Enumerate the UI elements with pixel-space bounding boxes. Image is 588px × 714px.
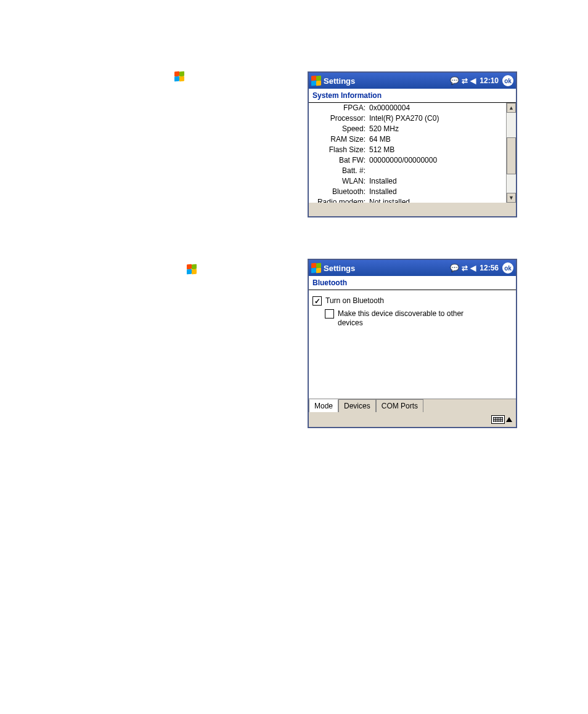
titlebar: Settings 💬 ⇄ ◀ 12:10 ok — [309, 73, 516, 89]
info-label: RAM Size: — [311, 134, 369, 145]
chat-icon[interactable]: 💬 — [450, 264, 459, 272]
settings-window-bluetooth: Settings 💬 ⇄ ◀ 12:56 ok Bluetooth ✓ Turn… — [308, 259, 517, 428]
clock: 12:56 — [480, 264, 499, 272]
start-logo-icon[interactable] — [311, 76, 321, 86]
scrollbar[interactable]: ▲ ▼ — [506, 103, 516, 203]
info-value: 0x00000004 — [369, 103, 504, 113]
checkbox-label: Make this device discoverable to other d… — [338, 309, 473, 328]
info-label: FPGA: — [311, 103, 369, 113]
info-row: Bluetooth:Installed — [311, 187, 504, 197]
sysinfo-content: FPGA:0x00000004 Processor:Intel(R) PXA27… — [309, 103, 516, 203]
info-row: Processor:Intel(R) PXA270 (C0) — [311, 113, 504, 124]
info-label: Bluetooth: — [311, 187, 369, 197]
info-value: 00000000/00000000 — [369, 155, 504, 166]
checkbox-row-turn-on-bluetooth: ✓ Turn on Bluetooth — [312, 296, 512, 306]
windows-logo-icon — [187, 264, 197, 274]
info-label: Speed: — [311, 124, 369, 134]
info-label: WLAN: — [311, 176, 369, 187]
info-value: Installed — [369, 176, 504, 187]
section-title: Bluetooth — [309, 276, 516, 290]
connectivity-icon[interactable]: ⇄ — [462, 76, 468, 85]
bluetooth-content: ✓ Turn on Bluetooth Make this device dis… — [309, 290, 516, 399]
checkbox-label: Turn on Bluetooth — [325, 296, 384, 306]
turn-on-bluetooth-checkbox[interactable]: ✓ — [312, 296, 322, 306]
ok-button[interactable]: ok — [502, 262, 513, 274]
scroll-track[interactable] — [507, 113, 516, 193]
info-row: Batt. #: — [311, 166, 504, 176]
volume-icon[interactable]: ◀ — [470, 264, 476, 272]
window-title: Settings — [324, 76, 450, 86]
section-title: System Information — [309, 89, 516, 103]
volume-icon[interactable]: ◀ — [470, 76, 476, 85]
info-value: 512 MB — [369, 145, 504, 155]
info-label: Flash Size: — [311, 145, 369, 155]
checkbox-row-discoverable: Make this device discoverable to other d… — [325, 309, 512, 328]
scroll-up-button[interactable]: ▲ — [507, 103, 516, 113]
window-title: Settings — [324, 264, 450, 273]
discoverable-checkbox[interactable] — [325, 309, 334, 318]
info-row: Speed:520 MHz — [311, 124, 504, 134]
windows-logo-icon — [174, 71, 184, 81]
info-row: Radio modem:Not installed — [311, 197, 504, 203]
settings-window-sysinfo: Settings 💬 ⇄ ◀ 12:10 ok System Informati… — [308, 71, 517, 217]
info-row: Bat FW:00000000/00000000 — [311, 155, 504, 166]
info-label: Processor: — [311, 113, 369, 124]
info-value: 64 MB — [369, 134, 504, 145]
scroll-thumb[interactable] — [507, 137, 516, 174]
tabs: Mode Devices COM Ports — [309, 399, 516, 412]
clock: 12:10 — [480, 76, 499, 85]
info-value — [369, 166, 504, 176]
info-label: Radio modem: — [311, 197, 369, 203]
tab-devices[interactable]: Devices — [338, 399, 376, 412]
info-row: WLAN:Installed — [311, 176, 504, 187]
tab-mode[interactable]: Mode — [309, 399, 338, 412]
keyboard-icon[interactable] — [491, 415, 505, 424]
info-value: Intel(R) PXA270 (C0) — [369, 113, 504, 124]
sip-bar — [309, 412, 516, 427]
ok-button[interactable]: ok — [502, 75, 513, 86]
info-row: FPGA:0x00000004 — [311, 103, 504, 113]
info-label: Bat FW: — [311, 155, 369, 166]
info-value: 520 MHz — [369, 124, 504, 134]
info-value: Installed — [369, 187, 504, 197]
info-row: RAM Size:64 MB — [311, 134, 504, 145]
info-label: Batt. #: — [311, 166, 369, 176]
info-value: Not installed — [369, 197, 504, 203]
sip-menu-up-icon[interactable] — [506, 417, 512, 422]
scroll-down-button[interactable]: ▼ — [507, 193, 516, 203]
footer-bar — [309, 203, 516, 216]
info-row: Flash Size:512 MB — [311, 145, 504, 155]
connectivity-icon[interactable]: ⇄ — [462, 264, 468, 272]
chat-icon[interactable]: 💬 — [450, 76, 459, 85]
sysinfo-rows: FPGA:0x00000004 Processor:Intel(R) PXA27… — [309, 103, 506, 203]
titlebar: Settings 💬 ⇄ ◀ 12:56 ok — [309, 260, 516, 276]
start-logo-icon[interactable] — [311, 263, 321, 273]
tab-com-ports[interactable]: COM Ports — [376, 399, 423, 412]
